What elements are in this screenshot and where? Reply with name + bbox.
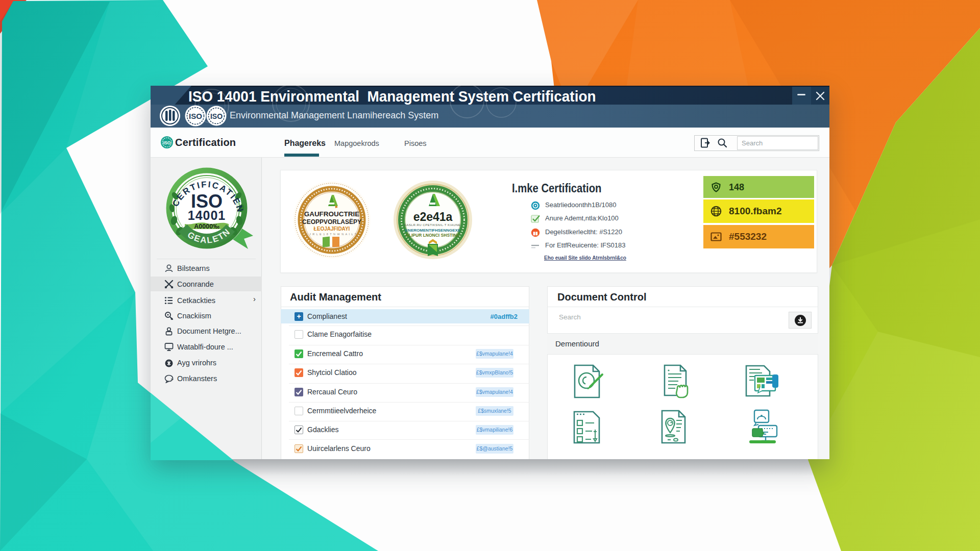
svg-text:▮▮: ▮▮	[533, 231, 538, 236]
svg-text:CEOPPVORLASЁPY: CEOPPVORLASЁPY	[302, 218, 361, 226]
svg-text:ENEROMENTIFHSENNGEXE: ENEROMENTIFHSENNGEXE	[405, 228, 461, 233]
svg-text:ISO: ISO	[163, 140, 171, 145]
svg-text:GASLR.RU CPETIKSNIL·T KIAUNE: GASLR.RU CPETIKSNIL·T KIAUNE.	[404, 223, 461, 227]
svg-text:e2e41a: e2e41a	[413, 210, 453, 223]
svg-text:I J R L E 1 8 T N W N A I L T: I J R L E 1 8 T N W N A I L T	[307, 233, 357, 236]
svg-text:A0000‰: A0000‰	[194, 223, 219, 230]
svg-text:14001: 14001	[188, 208, 226, 222]
svg-text:ISO: ISO	[210, 112, 223, 120]
svg-text:ŁEOJAJFIDAYI: ŁEOJAJFIDAYI	[314, 226, 350, 232]
svg-text:GAUFROUCTRIE: GAUFROUCTRIE	[304, 210, 360, 218]
svg-text:ISO: ISO	[189, 112, 202, 120]
svg-text:SLIPUR LNONCI SHSTINC: SLIPUR LNONCI SHSTINC	[406, 233, 460, 238]
